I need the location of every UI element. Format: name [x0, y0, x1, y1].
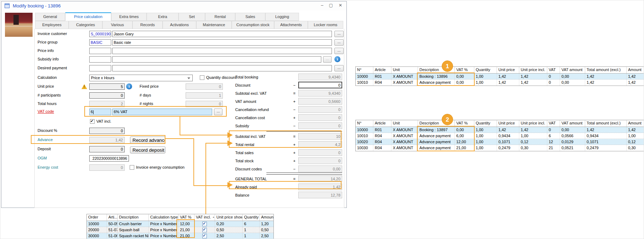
calculation-dropdown[interactable]: Price x Hours: [89, 75, 193, 81]
table-row[interactable]: 10000R01X AMOUNTBooking : 138970,001,001…: [356, 127, 644, 133]
minimize-icon[interactable]: –: [321, 3, 323, 8]
tab-set[interactable]: Set: [179, 13, 205, 21]
price-group-code-field[interactable]: BASIC: [89, 39, 111, 46]
column-header-n[interactable]: N°: [356, 120, 373, 127]
table-row[interactable]: 10020R04X AMOUNTAdvance payment12,001,00…: [356, 139, 644, 145]
energy-cost-label[interactable]: Energy cost: [38, 165, 58, 169]
invoice-energy-checkbox[interactable]: [130, 165, 134, 170]
ogm-field[interactable]: 2202300000013896: [89, 155, 129, 162]
vat-incl-checkbox[interactable]: [90, 119, 95, 124]
column-header-vat[interactable]: VAT: [547, 120, 560, 127]
discount-pct-field[interactable]: 0: [89, 128, 125, 134]
column-header-vat-amount[interactable]: VAT amount: [560, 120, 585, 127]
tab-records[interactable]: Records: [132, 21, 163, 29]
deposit-field[interactable]: 0: [89, 146, 125, 152]
tab-categories[interactable]: Categories: [69, 21, 102, 29]
close-icon[interactable]: ✕: [339, 3, 342, 8]
column-header-arti[interactable]: Arti...: [107, 214, 118, 221]
table-row[interactable]: 3000051-06Squash racket NikePrice x Numb…: [87, 233, 273, 239]
table-cell: 1,42: [627, 80, 644, 86]
tab-extra-times[interactable]: Extra times: [111, 13, 147, 21]
column-header-description[interactable]: Description: [118, 214, 149, 221]
unit-price-info-icon[interactable]: i: [126, 83, 132, 89]
column-header-vat-amount[interactable]: VAT amount: [560, 67, 585, 73]
table-row[interactable]: 10010R04X AMOUNTAdvance payment6,001,000…: [356, 133, 644, 139]
table-cell: 0,30: [627, 145, 644, 151]
checkbox-checked-icon[interactable]: [202, 234, 207, 238]
column-header-unit-price-shown[interactable]: Unit price shown: [215, 214, 243, 221]
invoice-customer-name-field[interactable]: Jason Gary: [112, 31, 332, 37]
tab-price-calculation[interactable]: Price calculation: [65, 12, 111, 21]
tab-sales[interactable]: Sales: [235, 13, 265, 21]
subsidy-info-code-field[interactable]: [89, 56, 111, 63]
column-header-quantity[interactable]: Quantity: [474, 120, 497, 127]
column-header-article[interactable]: Article: [373, 67, 391, 73]
column-header-unit-price-incl[interactable]: Unit price incl.: [519, 120, 547, 127]
column-header-vat-incl[interactable]: VAT incl.▲: [194, 214, 215, 221]
tab-various[interactable]: Various: [102, 21, 132, 29]
column-header-article[interactable]: Article: [373, 120, 391, 127]
tab-rental[interactable]: Rental: [205, 13, 235, 21]
checkbox-checked-icon[interactable]: [202, 222, 207, 226]
column-header-unit[interactable]: Unit: [391, 67, 418, 73]
tab-locker-rooms[interactable]: Locker rooms: [308, 21, 343, 29]
column-header-vat[interactable]: VAT %: [455, 120, 474, 127]
tab-consumption-stock[interactable]: Consumption stock: [232, 21, 274, 29]
price-info-field[interactable]: [112, 48, 332, 54]
column-header-unit-price-incl[interactable]: Unit price incl.: [519, 67, 547, 73]
record-advance-button[interactable]: Record advance: [130, 136, 165, 144]
price-info-code-field[interactable]: [89, 48, 111, 54]
column-header-amount[interactable]: Amount: [260, 214, 273, 221]
tab-logging[interactable]: Logging: [265, 13, 299, 21]
desired-payment-code-field[interactable]: [89, 65, 111, 71]
vat-code-field[interactable]: 6: [89, 109, 111, 115]
desired-payment-browse-button[interactable]: ...: [334, 65, 344, 71]
checkbox-checked-icon[interactable]: [202, 228, 207, 232]
table-row[interactable]: 1000050-05Crush barrierPrice x Number12,…: [87, 221, 273, 227]
column-header-total-amount-excl[interactable]: Total amount (excl.): [585, 120, 627, 127]
desired-payment-field[interactable]: [112, 65, 332, 71]
ogm-label[interactable]: OGM: [38, 156, 47, 160]
vat-code-label[interactable]: VAT code: [38, 109, 54, 113]
tab-activations[interactable]: Activations: [163, 21, 196, 29]
column-header-vat[interactable]: VAT %: [179, 214, 194, 221]
column-header-unit[interactable]: Unit: [391, 120, 418, 127]
unit-price-field[interactable]: 5: [89, 83, 125, 90]
column-header-quantity[interactable]: Quantity: [243, 214, 260, 221]
tab-general[interactable]: General: [35, 13, 65, 21]
price-group-browse-button[interactable]: ...: [334, 39, 344, 46]
column-header-unit-price[interactable]: Unit price: [497, 120, 519, 127]
maximize-icon[interactable]: ▢: [329, 3, 333, 8]
table-row[interactable]: 10010R04X AMOUNTAdvance payment0,001,001…: [356, 80, 644, 86]
invoice-customer-browse-button[interactable]: ...: [334, 31, 344, 37]
column-header-vat[interactable]: VAT: [547, 67, 560, 73]
column-header-order[interactable]: Order: [87, 214, 107, 221]
column-header-n[interactable]: N°: [356, 67, 373, 73]
tab-extra[interactable]: Extra: [147, 13, 179, 21]
subsidy-info-field[interactable]: [112, 56, 321, 63]
vat-description-field[interactable]: 6% VAT: [112, 109, 212, 115]
column-header-quantity[interactable]: Quantity: [474, 67, 497, 73]
record-deposit-button[interactable]: Record deposit: [130, 146, 165, 153]
column-header-amount[interactable]: Amount: [627, 120, 644, 127]
vat-code-browse-button[interactable]: ...: [214, 109, 222, 115]
tab-attachments[interactable]: Attachments: [274, 21, 308, 29]
tab-employees[interactable]: Employees: [35, 21, 69, 29]
table-row[interactable]: 2000051-07Squash ballPrice x Number21,00…: [87, 227, 273, 233]
quantity-discount-checkbox[interactable]: [200, 75, 204, 80]
price-group-name-field[interactable]: Basic rate: [112, 39, 332, 46]
price-info-browse-button[interactable]: ...: [334, 48, 344, 54]
column-header-unit-price[interactable]: Unit price: [497, 67, 519, 73]
column-header-amount[interactable]: Amount: [627, 67, 644, 73]
table-row[interactable]: 10030R04X AMOUNTAdvance payment21,001,00…: [356, 145, 644, 151]
summary-value-discount[interactable]: 0: [298, 82, 342, 88]
participants-field[interactable]: 0: [89, 92, 125, 99]
table-row[interactable]: 10000R01X AMOUNTBooking : 138960,001,001…: [356, 74, 644, 80]
invoice-customer-code-field[interactable]: S_0000190: [89, 31, 111, 37]
column-header-calculation-type[interactable]: Calculation type: [149, 214, 179, 221]
tab-maintenance[interactable]: Maintenance: [196, 21, 232, 29]
advance-label[interactable]: Advance: [38, 138, 53, 142]
subsidy-info-icon[interactable]: i: [334, 56, 340, 62]
column-header-vat[interactable]: VAT %: [455, 67, 474, 73]
column-header-total-amount-excl[interactable]: Total amount (excl.): [585, 67, 627, 73]
